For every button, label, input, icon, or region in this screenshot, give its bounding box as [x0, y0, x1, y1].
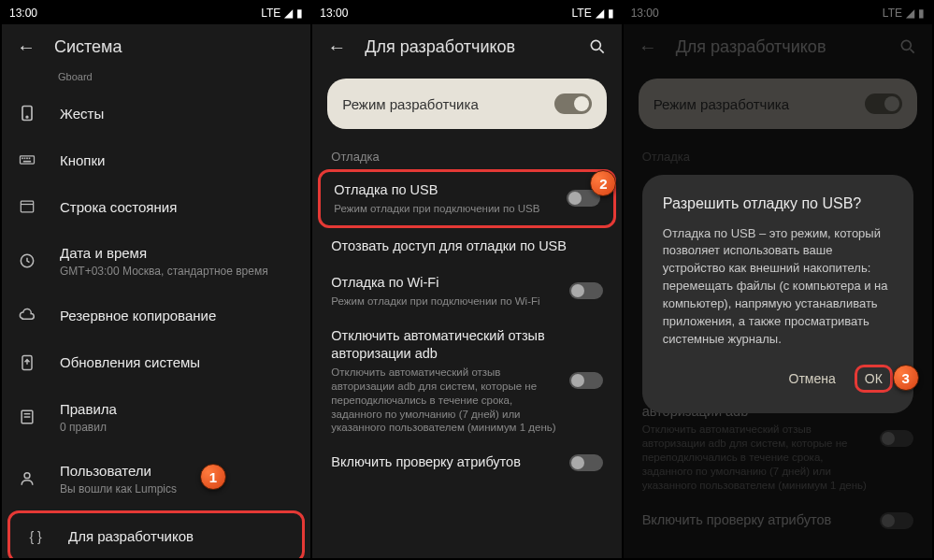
- status-lte: LTE: [572, 7, 592, 20]
- cancel-button[interactable]: Отмена: [780, 366, 845, 392]
- wifi-debug-toggle[interactable]: [569, 282, 603, 299]
- screen-1-system: 13:00 LTE ◢ ▮ ← Система Gboard Жесты Кно…: [2, 2, 310, 558]
- item-backup[interactable]: Резервное копирование: [2, 293, 310, 339]
- battery-icon: ▮: [608, 7, 614, 20]
- svg-line-17: [599, 50, 603, 53]
- svg-rect-2: [21, 156, 35, 164]
- status-time: 13:00: [9, 7, 37, 20]
- user-icon: [17, 468, 37, 489]
- revoke-usb-access[interactable]: Отозвать доступ для отладки по USB: [312, 228, 621, 266]
- back-icon[interactable]: ←: [327, 37, 346, 56]
- wifi-debugging[interactable]: Отладка по Wi-Fi Режим отладки при подкл…: [312, 265, 621, 318]
- keyboard-icon: [17, 150, 37, 170]
- update-icon: [17, 352, 37, 373]
- header: ← Система: [2, 24, 310, 69]
- item-updates[interactable]: Обновления системы: [2, 339, 310, 386]
- item-buttons[interactable]: Кнопки: [2, 136, 310, 183]
- status-bar: 13:00 LTE ◢ ▮: [312, 2, 621, 24]
- braces-icon: { }: [25, 526, 46, 547]
- signal-icon: ◢: [596, 7, 604, 20]
- dialog-overlay[interactable]: Разрешить отладку по USB? Отладка по USB…: [624, 2, 932, 558]
- page-title: Система: [54, 37, 295, 57]
- svg-point-15: [24, 473, 30, 479]
- callout-badge-3: 3: [893, 365, 919, 391]
- back-icon[interactable]: ←: [17, 37, 36, 56]
- adb-toggle[interactable]: [569, 372, 603, 389]
- usb-debugging[interactable]: Отладка по USB Режим отладки при подключ…: [318, 169, 615, 228]
- item-users[interactable]: ПользователиВы вошли как Lumpics: [2, 448, 310, 510]
- svg-rect-3: [22, 158, 23, 160]
- svg-rect-5: [26, 158, 28, 160]
- section-debug: Отладка: [312, 138, 621, 169]
- item-developers[interactable]: { } Для разработчиков: [7, 510, 305, 558]
- svg-rect-8: [21, 201, 33, 212]
- item-status-row[interactable]: Строка состояния: [2, 183, 310, 230]
- attribute-check[interactable]: Включить проверку атрибутов: [312, 444, 621, 481]
- status-icon: [17, 196, 37, 217]
- signal-icon: ◢: [284, 7, 293, 20]
- item-gestures[interactable]: Жесты: [2, 90, 310, 136]
- dev-mode-toggle[interactable]: [554, 93, 592, 114]
- search-icon[interactable]: [588, 37, 607, 56]
- callout-badge-1: 1: [200, 464, 226, 490]
- item-rules[interactable]: Правила0 правил: [2, 386, 310, 449]
- page-title: Для разработчиков: [365, 37, 568, 57]
- attr-toggle[interactable]: [569, 454, 603, 471]
- cloud-icon: [17, 306, 37, 326]
- gesture-icon: [17, 103, 37, 123]
- svg-rect-4: [24, 158, 26, 160]
- status-lte: LTE: [261, 7, 280, 20]
- header: ← Для разработчиков: [312, 24, 621, 69]
- status-time: 13:00: [320, 7, 348, 20]
- clock-icon: [17, 251, 37, 271]
- adb-auth-revoke[interactable]: Отключить автоматический отзыв авторизац…: [312, 318, 621, 445]
- screen-3-dialog: 13:00 LTE ◢ ▮ ← Для разработчиков Режим …: [624, 2, 932, 558]
- gboard-label: Gboard: [2, 69, 310, 90]
- screen-2-developers: 13:00 LTE ◢ ▮ ← Для разработчиков Режим …: [312, 2, 621, 558]
- item-date-time[interactable]: Дата и времяGMT+03:00 Москва, стандартно…: [2, 230, 310, 293]
- svg-rect-7: [23, 161, 31, 163]
- battery-icon: ▮: [296, 7, 303, 20]
- svg-point-1: [26, 116, 28, 118]
- dev-mode-label: Режим разработчика: [342, 96, 478, 112]
- svg-point-16: [591, 40, 600, 50]
- ok-button[interactable]: ОК: [855, 365, 893, 393]
- dialog-body: Отладка по USB – это режим, который позв…: [663, 225, 893, 349]
- dialog-title: Разрешить отладку по USB?: [663, 195, 893, 212]
- usb-debug-dialog: Разрешить отладку по USB? Отладка по USB…: [642, 175, 913, 414]
- svg-rect-6: [29, 158, 31, 160]
- developer-mode-card[interactable]: Режим разработчика: [327, 79, 606, 129]
- status-bar: 13:00 LTE ◢ ▮: [2, 2, 310, 24]
- rules-icon: [17, 407, 37, 427]
